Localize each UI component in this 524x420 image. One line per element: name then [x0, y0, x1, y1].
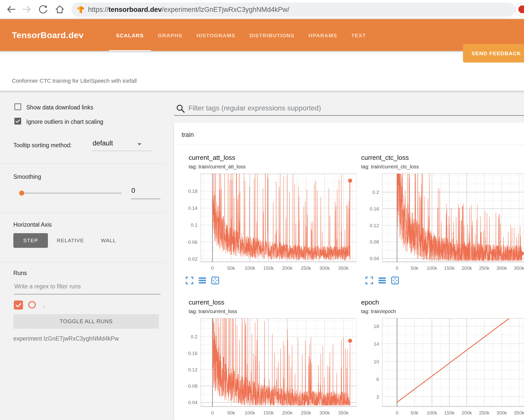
svg-text:350k: 350k — [338, 410, 349, 415]
experiment-id-text: experiment lzGnETjwRxC3yghNMd4kPw — [13, 335, 119, 342]
svg-text:0.16: 0.16 — [370, 206, 379, 212]
experiment-description: Conformer CTC training for LibriSpeech w… — [12, 78, 137, 84]
svg-text:0.06: 0.06 — [188, 239, 197, 245]
axis-option-wall[interactable]: WALL — [101, 237, 116, 244]
svg-text:150k: 150k — [444, 265, 455, 271]
tab-hparams[interactable]: HPARAMS — [302, 19, 344, 51]
tensorboard-page: https://tensorboard.dev/experiment/lzGnE… — [0, 0, 524, 420]
svg-text:0.02: 0.02 — [188, 256, 197, 262]
axis-option-step[interactable]: STEP — [13, 233, 48, 248]
svg-text:200k: 200k — [282, 265, 293, 271]
chart-canvas-current-ctc-loss[interactable]: 0.040.080.120.160.2050k100k150k200k250k3… — [364, 173, 524, 272]
tab-histograms[interactable]: HISTOGRAMS — [189, 19, 242, 51]
svg-text:0.08: 0.08 — [188, 383, 197, 389]
back-arrow-icon — [5, 4, 17, 15]
svg-text:100k: 100k — [427, 265, 437, 271]
chart-canvas-current-loss[interactable]: 0.040.080.120.160.2050k100k150k200k250k3… — [183, 318, 357, 417]
svg-text:0.2: 0.2 — [372, 190, 379, 195]
toggle-all-runs-button[interactable]: TOGGLE ALL RUNS — [13, 314, 159, 329]
send-feedback-button[interactable]: SEND FEEDBACK — [463, 44, 524, 63]
tensorboard-favicon — [77, 6, 84, 13]
toggle-y-axis-icon[interactable] — [378, 276, 386, 285]
browser-home-button[interactable] — [53, 3, 66, 16]
expand-chart-icon[interactable] — [185, 276, 194, 285]
tab-text[interactable]: TEXT — [344, 19, 373, 51]
chart-canvas-epoch[interactable]: 26101418050k100k150k200k250k300k350k — [364, 318, 524, 417]
toggle-y-axis-icon[interactable] — [198, 276, 207, 285]
chevron-down-icon[interactable] — [137, 143, 141, 145]
svg-text:0: 0 — [211, 410, 214, 415]
show-download-links-checkbox[interactable] — [14, 103, 21, 110]
app-header: TensorBoard.dev SCALARSGRAPHSHISTOGRAMSD… — [0, 19, 524, 51]
chart-title-current-att-loss: current_att_loss — [189, 154, 235, 162]
tab-distributions[interactable]: DISTRIBUTIONS — [242, 19, 302, 51]
svg-text:0.16: 0.16 — [188, 351, 197, 356]
browser-back-button[interactable] — [5, 3, 17, 16]
filter-tags-input[interactable] — [188, 104, 503, 112]
svg-text:100k: 100k — [245, 410, 255, 415]
ignore-outliers-checkbox[interactable] — [14, 118, 21, 125]
svg-text:300k: 300k — [497, 265, 507, 271]
fit-domain-icon[interactable] — [211, 276, 219, 285]
tensorboard-logo[interactable]: TensorBoard.dev — [12, 19, 84, 51]
chart-canvas-current-att-loss[interactable]: 0.020.060.10.140.18050k100k150k200k250k3… — [183, 173, 357, 272]
home-icon — [54, 4, 65, 15]
browser-reload-button[interactable] — [37, 3, 49, 16]
svg-text:300k: 300k — [319, 265, 330, 271]
svg-text:10: 10 — [374, 359, 379, 364]
divider — [0, 213, 166, 213]
fit-domain-icon[interactable] — [391, 276, 399, 285]
run-color-swatch[interactable] — [28, 301, 36, 309]
smoothing-slider-track[interactable] — [20, 193, 122, 194]
svg-text:0.04: 0.04 — [188, 400, 197, 405]
chart-title-current-loss: current_loss — [189, 298, 224, 306]
chart-tag-current-att-loss: tag: train/current_att_loss — [189, 164, 246, 170]
svg-text:50k: 50k — [227, 410, 235, 415]
tab-graphs[interactable]: GRAPHS — [151, 19, 189, 51]
svg-text:6: 6 — [376, 377, 379, 382]
svg-text:350k: 350k — [514, 410, 524, 415]
divider — [0, 262, 166, 262]
adblock-icon — [518, 6, 524, 13]
svg-text:50k: 50k — [411, 410, 418, 415]
runs-regex-input[interactable] — [14, 283, 160, 290]
svg-text:150k: 150k — [263, 410, 274, 415]
show-download-links-label: Show data download links — [26, 104, 93, 111]
axis-option-relative[interactable]: RELATIVE — [57, 237, 84, 244]
svg-text:250k: 250k — [479, 265, 490, 271]
chart-toolbar — [365, 276, 399, 285]
tab-scalars[interactable]: SCALARS — [109, 19, 151, 51]
svg-text:250k: 250k — [301, 265, 311, 271]
svg-text:100k: 100k — [427, 410, 437, 415]
svg-text:300k: 300k — [319, 410, 330, 415]
svg-text:100k: 100k — [245, 265, 255, 271]
url-bar[interactable]: https://tensorboard.dev/experiment/lzGnE… — [71, 3, 515, 17]
svg-text:0: 0 — [396, 410, 398, 415]
checkmark-icon — [15, 302, 22, 309]
svg-text:0.12: 0.12 — [188, 367, 197, 372]
tooltip-sorting-dropdown[interactable]: default — [93, 139, 113, 147]
tooltip-sorting-label: Tooltip sorting method: — [13, 142, 72, 149]
url-text: https://tensorboard.dev/experiment/lzGnE… — [88, 6, 289, 14]
run-visibility-checkbox[interactable] — [14, 301, 23, 310]
svg-text:18: 18 — [374, 324, 379, 329]
browser-forward-button[interactable] — [21, 3, 33, 16]
svg-text:150k: 150k — [444, 410, 455, 415]
svg-text:0.18: 0.18 — [188, 189, 197, 194]
svg-text:0.2: 0.2 — [191, 334, 197, 339]
browser-extension-button[interactable] — [515, 2, 524, 17]
train-section-header[interactable]: train — [182, 131, 194, 138]
smoothing-value-input[interactable] — [131, 187, 159, 195]
svg-text:0.08: 0.08 — [370, 239, 379, 245]
smoothing-slider-thumb[interactable] — [19, 191, 24, 196]
expand-chart-icon[interactable] — [365, 276, 373, 285]
svg-text:200k: 200k — [282, 410, 293, 415]
svg-text:50k: 50k — [411, 265, 418, 271]
chart-tag-current-ctc-loss: tag: train/current_ctc_loss — [361, 164, 419, 170]
ignore-outliers-label: Ignore outliers in chart scaling — [26, 118, 103, 125]
svg-text:250k: 250k — [479, 410, 490, 415]
checkmark-icon — [15, 118, 20, 124]
svg-text:14: 14 — [374, 341, 379, 347]
run-name: . — [43, 302, 45, 309]
svg-text:0.1: 0.1 — [191, 222, 197, 228]
